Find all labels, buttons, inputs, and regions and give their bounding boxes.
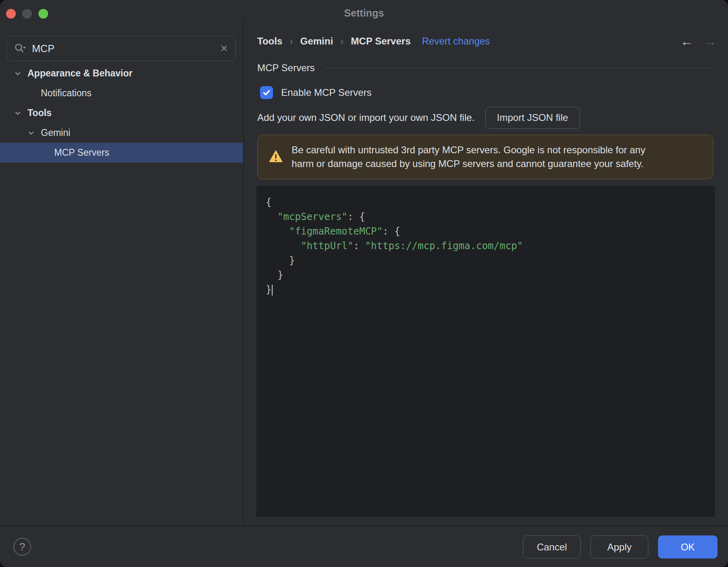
chevron-down-icon[interactable] (14, 109, 22, 117)
mcp-json-editor[interactable]: { "mcpServers": { "figmaRemoteMCP": { "h… (256, 186, 715, 517)
title-bar: Settings (0, 0, 728, 19)
window-title: Settings (0, 7, 728, 19)
import-json-button[interactable]: Import JSON file (485, 107, 580, 129)
enable-mcp-checkbox[interactable] (260, 86, 273, 99)
clear-search-icon[interactable]: ✕ (220, 44, 228, 53)
settings-dialog: Settings ✕ Appearance & Behavior (0, 0, 728, 567)
breadcrumb-separator: › (341, 36, 344, 47)
section-title: MCP Servers (257, 62, 315, 74)
question-mark-icon: ? (19, 541, 25, 553)
import-instruction-text: Add your own JSON or import your own JSO… (257, 112, 475, 123)
sidebar-item-label: MCP Servers (54, 147, 109, 158)
sidebar-item-tools[interactable]: Tools (0, 103, 243, 123)
sidebar-item-notifications[interactable]: Notifications (0, 83, 243, 103)
history-navigation: ← → (680, 32, 717, 51)
breadcrumb-mcp-servers: MCP Servers (351, 36, 411, 47)
back-arrow-icon[interactable]: ← (680, 34, 693, 49)
breadcrumb-separator: › (290, 36, 293, 47)
settings-tree: Appearance & Behavior Notifications Tool… (0, 63, 243, 163)
breadcrumb-gemini[interactable]: Gemini (300, 36, 333, 47)
warning-banner: Be careful with untrusted 3rd party MCP … (257, 135, 713, 179)
section-divider (324, 68, 713, 68)
section-header: MCP Servers (257, 58, 713, 78)
settings-search-field[interactable]: ✕ (6, 36, 236, 61)
sidebar-item-mcp-servers[interactable]: MCP Servers (0, 143, 243, 163)
forward-arrow-icon[interactable]: → (704, 34, 717, 49)
apply-button[interactable]: Apply (590, 535, 648, 559)
enable-mcp-row: Enable MCP Servers (260, 83, 372, 102)
main-panel: Tools › Gemini › MCP Servers Revert chan… (243, 20, 728, 526)
help-button[interactable]: ? (13, 538, 31, 556)
enable-mcp-label[interactable]: Enable MCP Servers (281, 87, 372, 98)
sidebar-item-label: Appearance & Behavior (28, 68, 132, 79)
warning-triangle-icon (268, 148, 284, 165)
revert-changes-link[interactable]: Revert changes (422, 36, 490, 47)
sidebar-item-appearance-behavior[interactable]: Appearance & Behavior (0, 63, 243, 83)
import-row: Add your own JSON or import your own JSO… (257, 106, 580, 129)
breadcrumb-tools[interactable]: Tools (257, 36, 282, 47)
sidebar-item-label: Gemini (41, 127, 70, 138)
dialog-footer: ? Cancel Apply OK (0, 526, 728, 567)
chevron-down-icon[interactable] (27, 129, 35, 137)
search-icon[interactable] (14, 43, 25, 54)
breadcrumb: Tools › Gemini › MCP Servers Revert chan… (257, 32, 490, 51)
settings-sidebar: ✕ Appearance & Behavior Notifications To… (0, 20, 243, 526)
search-input[interactable] (31, 42, 214, 55)
sidebar-item-label: Tools (28, 108, 52, 118)
chevron-down-icon[interactable] (14, 70, 22, 78)
ok-button[interactable]: OK (658, 535, 717, 559)
code-content: { "mcpServers": { "figmaRemoteMCP": { "h… (266, 195, 715, 297)
sidebar-item-label: Notifications (41, 88, 91, 99)
cancel-button[interactable]: Cancel (523, 535, 581, 559)
sidebar-item-gemini[interactable]: Gemini (0, 123, 243, 143)
warning-text: Be careful with untrusted 3rd party MCP … (292, 143, 645, 171)
